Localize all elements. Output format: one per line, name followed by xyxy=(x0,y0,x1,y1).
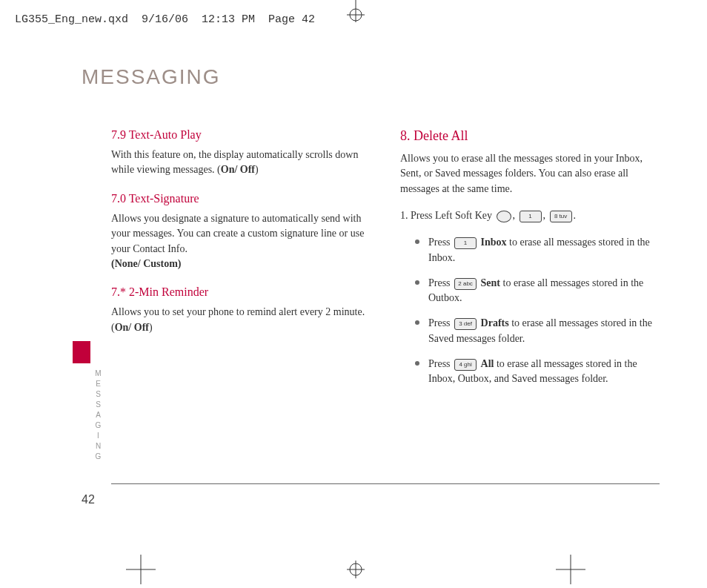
heading-text-auto-play: 7.9 Text-Auto Play xyxy=(111,126,371,143)
key-3-icon: 3 def xyxy=(454,318,477,330)
text: Press xyxy=(428,358,453,369)
option-none-custom: (None/ Custom) xyxy=(111,258,182,269)
header-time: 12:13 PM xyxy=(202,13,255,26)
section-side-label: MESSAGING xyxy=(94,369,102,463)
heading-2min-reminder: 7.* 2-Min Reminder xyxy=(111,283,371,300)
option-on-off: On/ Off xyxy=(115,322,149,333)
header-file: LG355_Eng_new.qxd xyxy=(15,13,128,26)
list-item: Press 4 ghi All to erase all messages st… xyxy=(415,357,660,387)
section-tab xyxy=(73,341,90,363)
para-2min-reminder: Allows you to set your phone to remind a… xyxy=(111,305,371,335)
list-item: Press 2 abc Sent to erase all messages s… xyxy=(415,276,660,306)
header-date: 9/16/06 xyxy=(142,13,188,26)
text: ) xyxy=(149,322,153,333)
crop-mark-top-icon xyxy=(319,0,393,30)
list-item: Press 1 Inbox to erase all messages stor… xyxy=(415,235,660,265)
list-item: Press 3 def Drafts to erase all messages… xyxy=(415,316,660,346)
key-4-icon: 4 ghi xyxy=(454,359,477,371)
option-drafts: Drafts xyxy=(481,317,509,328)
crop-mark-bottom-icon xyxy=(126,551,585,588)
para-text-signature: Allows you designate a signature to auto… xyxy=(111,211,371,271)
heading-text-signature: 7.0 Text-Signature xyxy=(111,190,371,207)
page-number: 42 xyxy=(82,493,95,506)
key-8-icon: 8 tuv xyxy=(550,211,572,222)
text: Allows you designate a signature to auto… xyxy=(111,213,364,254)
page-title: MESSAGING xyxy=(82,65,221,89)
content-area: 7.9 Text-Auto Play With this feature on,… xyxy=(111,126,660,397)
option-inbox: Inbox xyxy=(481,237,507,248)
key-1-icon: 1 xyxy=(520,211,542,222)
soft-key-icon xyxy=(497,211,511,222)
header-page: Page 42 xyxy=(268,13,315,26)
key-2-icon: 2 abc xyxy=(454,278,477,290)
delete-all-options: Press 1 Inbox to erase all messages stor… xyxy=(400,235,660,386)
prepress-header: LG355_Eng_new.qxd 9/16/06 12:13 PM Page … xyxy=(15,13,315,26)
text: Press xyxy=(428,237,453,248)
option-on-off: On/ Off xyxy=(221,164,255,175)
heading-delete-all: 8. Delete All xyxy=(400,126,660,145)
key-1-icon: 1 xyxy=(454,237,477,249)
text: Press xyxy=(428,277,453,288)
right-column: 8. Delete All Allows you to erase all th… xyxy=(400,126,660,397)
step-press-left-soft-key: 1. Press Left Soft Key , 1, 8 tuv. xyxy=(400,208,660,223)
footer-rule xyxy=(111,483,660,484)
text: Press xyxy=(428,317,453,328)
text: ) xyxy=(255,164,259,175)
para-text-auto-play: With this feature on, the display automa… xyxy=(111,148,371,178)
left-column: 7.9 Text-Auto Play With this feature on,… xyxy=(111,126,371,397)
option-sent: Sent xyxy=(481,277,500,288)
para-delete-all-intro: Allows you to erase all the messages sto… xyxy=(400,151,660,196)
text: 1. Press Left Soft Key xyxy=(400,210,495,221)
option-all: All xyxy=(481,358,494,369)
